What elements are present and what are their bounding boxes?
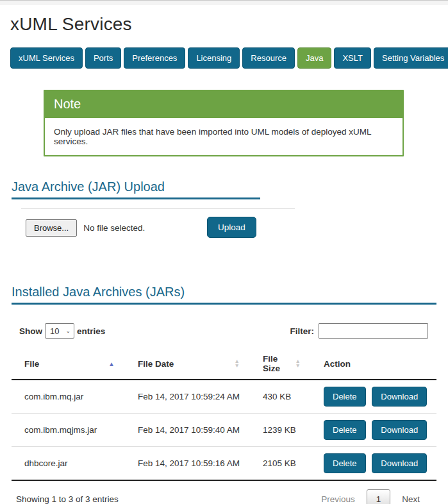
- entries-summary: Showing 1 to 3 of 3 entries: [16, 494, 119, 504]
- filter-control: Filter:: [290, 323, 428, 339]
- upload-button[interactable]: Upload: [207, 217, 256, 238]
- tab-resource[interactable]: Resource: [242, 47, 295, 69]
- download-button[interactable]: Download: [372, 387, 427, 407]
- table-footer: Showing 1 to 3 of 3 entries Previous 1 N…: [12, 485, 436, 504]
- column-header-file-date-label: File Date: [138, 359, 174, 369]
- file-status-text: No file selected.: [83, 223, 145, 233]
- download-button[interactable]: Download: [372, 453, 427, 473]
- sort-both-icon: ▲▼: [295, 359, 301, 368]
- table-row: com.ibm.mqjms.jar Feb 14, 2017 10:59:40 …: [12, 414, 436, 447]
- file-size-cell: 1239 KB: [250, 414, 311, 447]
- filter-input[interactable]: [319, 323, 428, 339]
- upload-section-heading: Java Archive (JAR) Upload: [12, 180, 260, 199]
- file-name-cell: com.ibm.mq.jar: [12, 380, 125, 414]
- column-header-file-label: File: [24, 359, 39, 369]
- table-row: dhbcore.jar Feb 14, 2017 10:59:16 AM 210…: [12, 447, 436, 481]
- column-header-action-label: Action: [324, 359, 351, 369]
- note-text: Only upload JAR files that have been imp…: [45, 118, 402, 155]
- note-title: Note: [45, 91, 402, 118]
- file-date-cell: Feb 14, 2017 10:59:40 AM: [125, 414, 250, 447]
- table-header-row: File ▲ File Date ▲▼ File Size ▲▼: [12, 348, 436, 380]
- file-date-cell: Feb 14, 2017 10:59:24 AM: [125, 380, 250, 414]
- page-size-value: 10: [50, 326, 59, 336]
- note-box: Note Only upload JAR files that have bee…: [44, 90, 404, 156]
- jar-table: File ▲ File Date ▲▼ File Size ▲▼: [12, 348, 436, 481]
- page-size-select[interactable]: 10 ⌄: [45, 323, 74, 339]
- browse-button[interactable]: Browse...: [26, 219, 77, 237]
- upload-form-divider: [21, 208, 295, 209]
- file-name-cell: dhbcore.jar: [12, 447, 125, 481]
- tab-xslt[interactable]: XSLT: [334, 47, 371, 69]
- file-name-cell: com.ibm.mqjms.jar: [12, 414, 125, 447]
- file-size-cell: 430 KB: [250, 380, 311, 414]
- action-cell: Delete Download: [311, 447, 436, 481]
- tab-ports[interactable]: Ports: [85, 47, 121, 69]
- pagination-page-1[interactable]: 1: [367, 489, 391, 504]
- show-label: Show: [19, 326, 42, 336]
- delete-button[interactable]: Delete: [324, 387, 366, 407]
- page-title: xUML Services: [10, 14, 448, 35]
- pagination-previous[interactable]: Previous: [321, 494, 355, 504]
- column-header-file-size[interactable]: File Size ▲▼: [250, 348, 311, 380]
- delete-button[interactable]: Delete: [324, 453, 366, 473]
- upload-form: Browse... No file selected. Upload: [26, 217, 436, 239]
- file-date-cell: Feb 14, 2017 10:59:16 AM: [125, 447, 250, 481]
- action-cell: Delete Download: [311, 414, 436, 447]
- tab-bar: xUML Services Ports Preferences Licensin…: [10, 47, 448, 69]
- window-top-strip: [0, 0, 448, 5]
- table-row: com.ibm.mq.jar Feb 14, 2017 10:59:24 AM …: [12, 380, 436, 414]
- column-header-file[interactable]: File ▲: [12, 348, 125, 380]
- column-header-file-size-label: File Size: [263, 354, 295, 373]
- sort-both-icon: ▲▼: [235, 359, 240, 368]
- chevron-down-icon: ⌄: [65, 328, 71, 334]
- pagination: Previous 1 Next: [321, 489, 420, 504]
- delete-button[interactable]: Delete: [324, 420, 366, 440]
- file-size-cell: 2105 KB: [250, 447, 311, 481]
- entries-label: entries: [77, 326, 105, 336]
- tab-setting-variables[interactable]: Setting Variables: [374, 47, 448, 69]
- filter-label: Filter:: [290, 326, 314, 336]
- tab-java[interactable]: Java: [297, 47, 331, 69]
- installed-section-heading: Installed Java Archives (JARs): [12, 285, 436, 305]
- tab-licensing[interactable]: Licensing: [188, 47, 240, 69]
- pagination-next[interactable]: Next: [402, 494, 420, 504]
- tab-preferences[interactable]: Preferences: [124, 47, 185, 69]
- action-cell: Delete Download: [311, 380, 436, 414]
- tab-xuml-services[interactable]: xUML Services: [10, 47, 83, 69]
- column-header-file-date[interactable]: File Date ▲▼: [125, 348, 250, 380]
- table-controls: Show 10 ⌄ entries Filter:: [12, 323, 436, 339]
- download-button[interactable]: Download: [372, 420, 427, 440]
- sort-ascending-icon: ▲: [108, 360, 115, 367]
- column-header-action: Action: [311, 348, 436, 380]
